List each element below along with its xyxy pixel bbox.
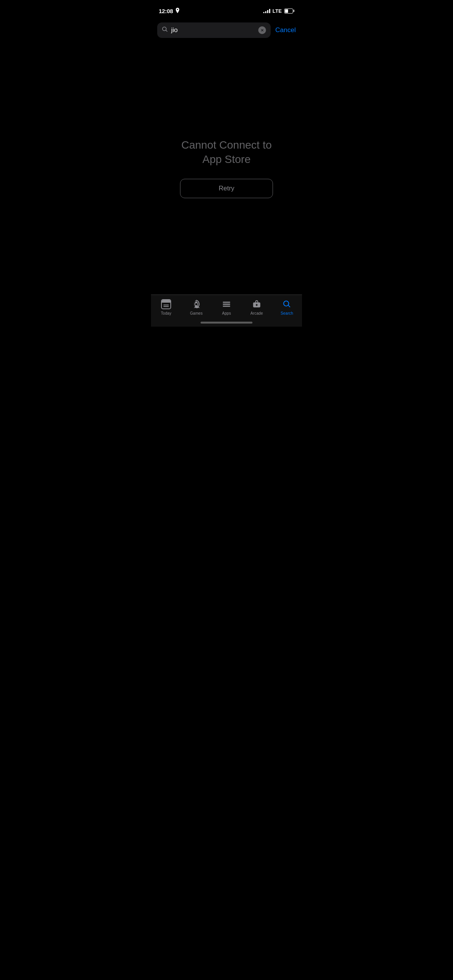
signal-bar-4 — [269, 9, 270, 13]
tab-arcade[interactable]: Arcade — [243, 299, 270, 315]
retry-button[interactable]: Retry — [180, 179, 273, 198]
search-tab-icon — [282, 299, 292, 310]
location-icon — [175, 8, 180, 14]
signal-bar-2 — [265, 11, 266, 13]
error-title: Cannot Connect toApp Store — [181, 138, 272, 166]
tab-apps[interactable]: Apps — [213, 299, 240, 315]
home-indicator — [201, 322, 252, 324]
battery-indicator — [284, 9, 294, 14]
cancel-button[interactable]: Cancel — [275, 26, 296, 34]
signal-bars — [263, 9, 270, 13]
games-tab-icon — [191, 299, 201, 310]
today-tab-icon — [161, 299, 171, 310]
today-tab-label: Today — [161, 311, 171, 315]
signal-bar-1 — [263, 12, 264, 13]
games-tab-label: Games — [190, 311, 203, 315]
apps-tab-icon — [221, 299, 232, 310]
network-type: LTE — [273, 8, 282, 14]
status-bar: 12:08 LTE — [151, 0, 302, 19]
search-tab-label: Search — [281, 311, 293, 315]
search-container: jio Cancel — [151, 19, 302, 43]
search-icon — [162, 26, 168, 34]
tab-search[interactable]: Search — [273, 299, 300, 315]
arcade-tab-label: Arcade — [251, 311, 263, 315]
status-left: 12:08 — [159, 8, 180, 14]
clear-search-button[interactable] — [258, 26, 266, 34]
tab-games[interactable]: Games — [183, 299, 210, 315]
retry-button-label: Retry — [211, 185, 242, 192]
main-content: Cannot Connect toApp Store Retry — [151, 43, 302, 294]
status-time: 12:08 — [159, 8, 173, 14]
tab-today[interactable]: Today — [153, 299, 180, 315]
search-bar[interactable]: jio — [157, 22, 271, 38]
arcade-tab-icon — [252, 299, 262, 310]
apps-tab-label: Apps — [222, 311, 231, 315]
search-input[interactable]: jio — [171, 26, 255, 34]
status-right: LTE — [263, 8, 294, 14]
signal-bar-3 — [267, 10, 268, 13]
